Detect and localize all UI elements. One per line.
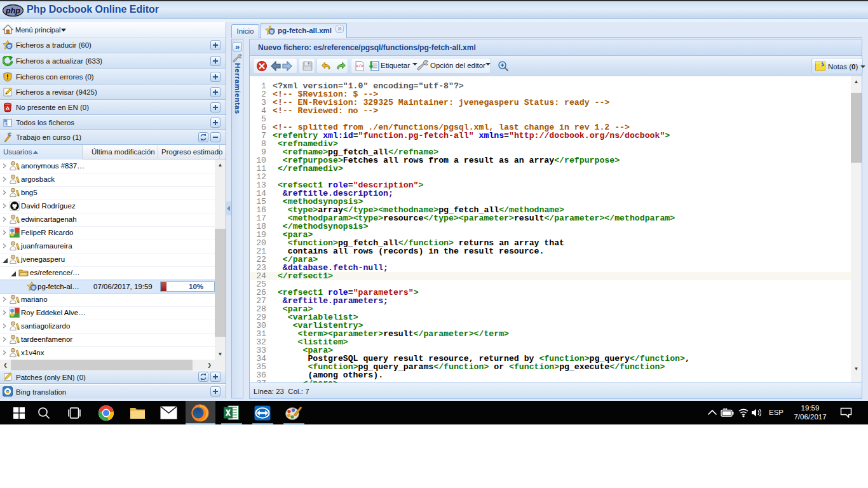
svg-text:php: php xyxy=(5,6,20,15)
svg-text:</>: </> xyxy=(356,64,363,69)
